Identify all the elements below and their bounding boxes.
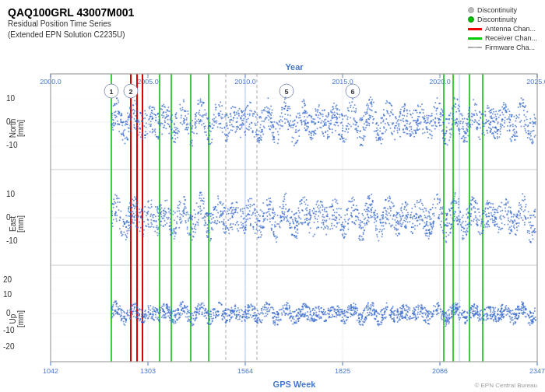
svg-point-2475 — [231, 211, 233, 212]
svg-point-1867 — [529, 230, 530, 232]
svg-point-2670 — [411, 216, 413, 218]
svg-point-1054 — [531, 138, 533, 140]
svg-point-2629 — [283, 206, 284, 208]
svg-point-494 — [213, 118, 215, 120]
svg-point-1729 — [260, 131, 262, 133]
svg-point-2575 — [269, 213, 270, 215]
svg-point-4289 — [338, 307, 339, 309]
svg-point-1174 — [505, 111, 507, 113]
svg-point-5112 — [420, 307, 422, 309]
svg-point-3113 — [317, 206, 318, 208]
svg-point-2912 — [168, 208, 170, 209]
svg-point-3855 — [408, 317, 410, 319]
svg-point-1834 — [501, 120, 503, 121]
svg-point-2382 — [473, 219, 475, 220]
svg-point-3313 — [490, 203, 492, 205]
svg-point-5058 — [130, 310, 132, 311]
svg-point-2963 — [248, 208, 249, 209]
svg-point-1747 — [167, 123, 168, 124]
svg-point-5302 — [135, 313, 137, 314]
svg-point-2294 — [529, 241, 531, 243]
svg-point-4466 — [245, 310, 247, 311]
svg-point-2601 — [253, 204, 255, 205]
svg-point-249 — [385, 129, 387, 131]
svg-point-4665 — [179, 305, 181, 306]
svg-point-2786 — [242, 223, 244, 225]
svg-point-3641 — [412, 233, 413, 234]
svg-point-3584 — [454, 215, 455, 217]
svg-point-993 — [129, 113, 131, 114]
svg-point-3076 — [437, 203, 438, 205]
svg-point-1385 — [270, 121, 272, 123]
svg-point-3653 — [316, 228, 318, 229]
svg-point-3450 — [418, 201, 420, 203]
svg-point-3046 — [427, 233, 428, 234]
svg-point-4830 — [367, 306, 368, 307]
svg-point-957 — [459, 106, 460, 107]
svg-point-257 — [407, 133, 409, 135]
svg-point-4247 — [187, 306, 188, 308]
svg-point-3281 — [530, 217, 532, 219]
svg-point-2949 — [468, 226, 469, 227]
svg-point-4802 — [362, 321, 364, 323]
svg-point-5423 — [510, 318, 512, 320]
svg-point-497 — [183, 99, 185, 100]
svg-point-1190 — [427, 117, 429, 119]
svg-point-1589 — [535, 121, 536, 123]
svg-point-1670 — [458, 104, 459, 106]
svg-point-792 — [198, 114, 199, 115]
svg-point-3852 — [491, 318, 493, 320]
svg-point-3023 — [163, 217, 164, 219]
svg-point-4287 — [367, 312, 368, 313]
svg-point-3074 — [462, 222, 463, 224]
svg-point-2068 — [167, 219, 169, 220]
svg-point-4739 — [316, 319, 318, 320]
svg-point-3633 — [304, 201, 305, 203]
svg-point-3427 — [272, 218, 274, 219]
svg-point-1505 — [303, 99, 304, 100]
svg-point-1990 — [490, 212, 492, 214]
svg-point-638 — [335, 130, 336, 131]
svg-point-2648 — [170, 212, 171, 214]
svg-point-3151 — [267, 219, 269, 221]
svg-point-809 — [490, 121, 491, 123]
svg-point-2189 — [216, 216, 217, 218]
svg-point-5175 — [192, 323, 193, 324]
svg-point-1824 — [431, 115, 433, 117]
svg-point-1712 — [135, 103, 137, 105]
svg-point-1539 — [132, 110, 133, 111]
svg-point-4590 — [357, 310, 358, 311]
svg-point-1342 — [157, 138, 159, 140]
svg-point-2799 — [417, 220, 418, 222]
svg-point-2500 — [527, 217, 529, 219]
svg-point-255 — [213, 114, 215, 115]
svg-point-2791 — [175, 233, 177, 234]
svg-point-129 — [396, 118, 397, 120]
svg-point-4044 — [451, 308, 452, 310]
svg-point-2097 — [454, 202, 455, 204]
svg-point-4918 — [347, 312, 349, 313]
svg-point-2739 — [458, 215, 459, 217]
svg-point-1841 — [243, 114, 244, 116]
svg-point-4827 — [148, 309, 149, 310]
svg-point-505 — [434, 117, 436, 119]
svg-point-1650 — [311, 131, 313, 132]
svg-point-698 — [192, 120, 193, 121]
svg-point-2109 — [135, 202, 137, 204]
svg-point-2530 — [171, 230, 172, 232]
svg-point-1695 — [524, 107, 526, 108]
svg-point-1508 — [222, 117, 223, 118]
svg-point-1781 — [134, 110, 135, 112]
svg-point-4617 — [254, 307, 255, 309]
svg-text:-10: -10 — [6, 236, 18, 245]
gps-axis: 1042 1303 1564 1825 2086 2347 — [43, 362, 545, 375]
svg-point-3455 — [281, 208, 283, 209]
svg-point-3140 — [226, 213, 227, 215]
svg-point-4183 — [159, 321, 160, 323]
svg-point-1741 — [183, 121, 185, 122]
svg-point-2279 — [244, 208, 245, 209]
svg-point-1491 — [417, 123, 418, 124]
svg-point-2288 — [406, 209, 407, 211]
svg-point-1358 — [158, 123, 160, 124]
svg-point-1476 — [364, 123, 365, 124]
